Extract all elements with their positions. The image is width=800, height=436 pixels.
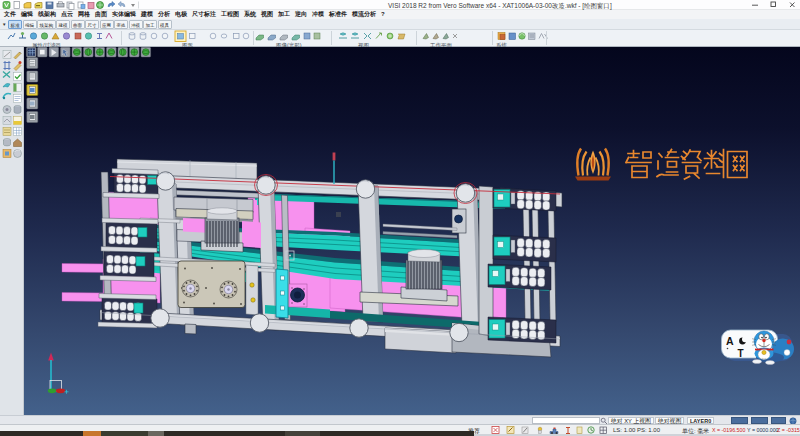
svg-text:A: A [726,335,734,347]
svg-text:T: T [738,348,744,359]
